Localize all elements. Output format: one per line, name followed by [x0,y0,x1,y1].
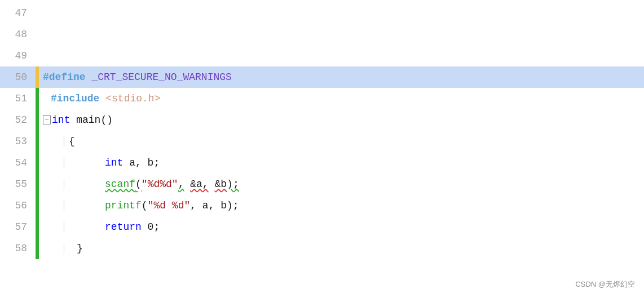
gutter-bar-55 [36,173,39,195]
scanf-func: scanf [105,173,135,195]
line-number-53: 53 [0,136,34,147]
define-keyword: #define [43,66,86,88]
line-number-56: 56 [0,200,34,211]
code-line-58: 58 } [0,238,644,259]
code-content-56: printf ( "%d %d" , a, b); [41,195,644,216]
code-line-54: 54 int a, b; [0,152,644,173]
line-number-47: 47 [0,7,34,19]
gutter-bar-51 [36,88,39,109]
code-line-48: 48 [0,24,644,45]
gutter-53 [34,131,41,152]
code-line-47: 47 [0,2,644,24]
code-line-56: 56 printf ( "%d %d" , a, b); [0,195,644,216]
line-number-57: 57 [0,221,34,233]
gutter-bar-52 [36,109,39,131]
code-line-52: 52 − int main () [0,109,644,131]
gutter-55 [34,173,41,195]
gutter-bar-54 [36,152,39,173]
line-number-50: 50 [0,72,34,83]
code-content-58: } [41,238,644,259]
code-editor: 47 48 49 50 #define _CRT_SECURE_NO_W [0,0,644,294]
amp-b: &b [214,173,227,195]
code-content-52: − int main () [41,109,644,131]
gutter-57 [34,216,41,238]
gutter-50 [34,66,41,88]
int-keyword-52: int [52,109,70,131]
amp-a: &a, [190,173,208,195]
line-number-58: 58 [0,243,34,254]
gutter-56 [34,195,41,216]
watermark: CSDN @无烬幻空 [575,279,635,289]
printf-format: "%d %d" [148,195,191,216]
gutter-bar-56 [36,195,39,216]
gutter-bar-57 [36,216,39,238]
gutter-58 [34,238,41,259]
code-content-50: #define _CRT_SECURE_NO_WARNINGS [41,66,644,88]
code-line-49: 49 [0,45,644,66]
gutter-bar-58 [36,238,39,259]
code-line-57: 57 return 0; [0,216,644,238]
line-number-54: 54 [0,157,34,168]
scanf-format: "%d%d" [142,173,178,195]
code-content-51: #include <stdio.h> [41,88,644,109]
printf-func: printf [105,195,142,216]
line-number-51: 51 [0,93,34,104]
return-keyword: return [105,216,142,238]
line-number-48: 48 [0,29,34,40]
gutter-51 [34,88,41,109]
line-number-52: 52 [0,114,34,126]
code-area: 47 48 49 50 #define _CRT_SECURE_NO_W [0,0,644,294]
gutter-bar-50 [36,66,39,88]
var-a-54: a, b; [129,152,160,173]
code-line-51: 51 #include <stdio.h> [0,88,644,109]
include-keyword: #include [51,88,99,109]
include-header: <stdio.h> [105,88,160,109]
code-line-55: 55 scanf ( "%d%d" , &a, &b ); [0,173,644,195]
open-brace-53: { [69,131,75,152]
code-content-53: { [41,131,644,152]
code-content-54: int a, b; [41,152,644,173]
gutter-52 [34,109,41,131]
code-content-57: return 0; [41,216,644,238]
code-line-50: 50 #define _CRT_SECURE_NO_WARNINGS [0,66,644,88]
gutter-bar-53 [36,131,39,152]
main-func: main [76,109,100,131]
line-number-49: 49 [0,50,34,61]
gutter-54 [34,152,41,173]
code-line-53: 53 { [0,131,644,152]
define-name: _CRT_SECURE_NO_WARNINGS [91,66,231,88]
close-brace-58: } [77,238,83,259]
line-number-55: 55 [0,179,34,190]
code-content-55: scanf ( "%d%d" , &a, &b ); [41,173,644,195]
int-type-54: int [105,152,123,173]
fold-marker-52[interactable]: − [43,115,51,124]
